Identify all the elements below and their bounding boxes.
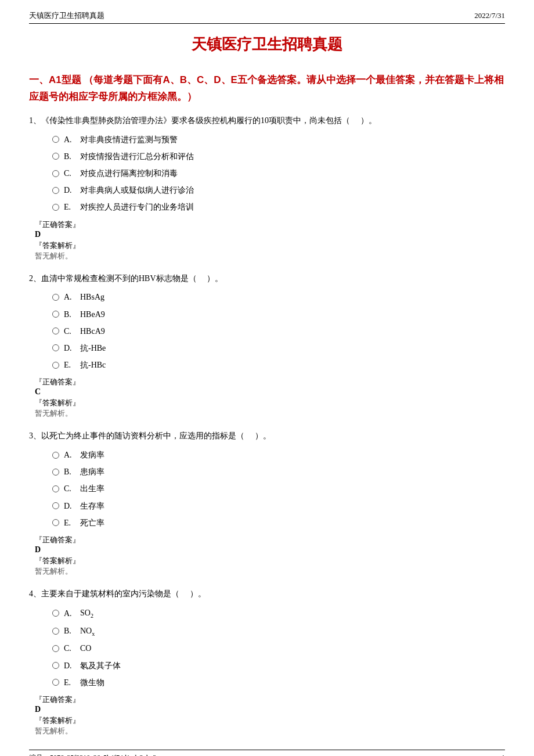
answer-label-2: 『正确答案』 <box>35 377 505 387</box>
option-1-b[interactable]: B. 对疫情报告进行汇总分析和评估 <box>52 149 505 164</box>
option-label-2-a: A. <box>64 290 75 304</box>
header-date: 2022/7/31 <box>474 11 505 20</box>
option-text-1-a: 对非典疫情进行监测与预警 <box>80 132 178 147</box>
radio-4-c[interactable] <box>52 645 59 652</box>
analysis-text-2: 暂无解析。 <box>35 408 505 419</box>
option-1-e[interactable]: E. 对疾控人员进行专门的业务培训 <box>52 200 505 214</box>
option-label-1-c: C. <box>64 166 75 181</box>
option-1-d[interactable]: D. 对非典病人或疑似病人进行诊治 <box>52 183 505 197</box>
radio-3-a[interactable] <box>52 452 59 459</box>
radio-3-c[interactable] <box>52 485 59 492</box>
footer-page-number: 1 <box>501 754 505 756</box>
option-text-2-e: 抗-HBc <box>80 358 106 372</box>
option-label-1-e: E. <box>64 200 75 214</box>
option-3-d[interactable]: D. 生存率 <box>52 499 505 513</box>
analysis-text-1: 暂无解析。 <box>35 251 505 261</box>
option-3-e[interactable]: E. 死亡率 <box>52 516 505 530</box>
option-2-c[interactable]: C. HBcA9 <box>52 324 505 339</box>
footer-code: 编号：5076c35f2210a36c5b4f74d1ede3aba3 <box>29 753 156 756</box>
option-text-3-c: 出生率 <box>80 481 104 496</box>
question-3-text: 3、以死亡为终止事件的随访资料分析中，应选用的指标是（ ）。 <box>29 429 505 443</box>
radio-4-b[interactable] <box>52 628 59 635</box>
footer-code-value: 5076c35f2210a36c5b4f74d1ede3aba3 <box>50 754 156 756</box>
radio-2-a[interactable] <box>52 294 59 301</box>
option-text-4-d: 氡及其子体 <box>80 658 121 673</box>
option-3-a[interactable]: A. 发病率 <box>52 448 505 462</box>
option-label-3-c: C. <box>64 481 75 496</box>
analysis-label-2: 『答案解析』 <box>35 398 505 408</box>
radio-2-e[interactable] <box>52 362 59 369</box>
option-text-3-d: 生存率 <box>80 499 104 513</box>
option-label-3-a: A. <box>64 448 75 462</box>
question-3: 3、以死亡为终止事件的随访资料分析中，应选用的指标是（ ）。 A. 发病率 B.… <box>29 429 505 577</box>
option-4-b[interactable]: B. NOx <box>52 624 505 639</box>
option-label-4-b: B. <box>64 624 75 638</box>
radio-1-c[interactable] <box>52 170 59 177</box>
option-2-d[interactable]: D. 抗-HBe <box>52 341 505 355</box>
option-text-4-e: 微生物 <box>80 675 104 690</box>
option-2-e[interactable]: E. 抗-HBc <box>52 358 505 372</box>
footer-code-label: 编号： <box>29 754 50 756</box>
answer-section-1: 『正确答案』 D 『答案解析』 暂无解析。 <box>35 219 505 261</box>
analysis-label-3: 『答案解析』 <box>35 556 505 566</box>
option-label-3-b: B. <box>64 465 75 479</box>
option-3-c[interactable]: C. 出生率 <box>52 481 505 496</box>
radio-1-b[interactable] <box>52 153 59 160</box>
section-title: 一、A1型题 （每道考题下面有A、B、C、D、E五个备选答案。请从中选择一个最佳… <box>29 72 505 106</box>
option-text-1-d: 对非典病人或疑似病人进行诊治 <box>80 183 194 197</box>
radio-3-e[interactable] <box>52 519 59 526</box>
option-1-c[interactable]: C. 对疫点进行隔离控制和消毒 <box>52 166 505 181</box>
option-label-4-a: A. <box>64 606 75 621</box>
option-4-e[interactable]: E. 微生物 <box>52 675 505 690</box>
radio-2-b[interactable] <box>52 311 59 318</box>
question-1-options: A. 对非典疫情进行监测与预警 B. 对疫情报告进行汇总分析和评估 C. 对疫点… <box>52 132 505 215</box>
option-text-1-c: 对疫点进行隔离控制和消毒 <box>80 166 178 181</box>
footer-bar: 编号：5076c35f2210a36c5b4f74d1ede3aba3 1 <box>29 750 505 756</box>
question-3-options: A. 发病率 B. 患病率 C. 出生率 D. 生存率 <box>52 448 505 530</box>
question-4-options: A. SO2 B. NOx C. CO D. 氡及其子体 <box>52 606 505 690</box>
option-label-2-e: E. <box>64 358 75 372</box>
radio-2-c[interactable] <box>52 327 59 334</box>
option-text-3-a: 发病率 <box>80 448 104 462</box>
answer-value-2: C <box>35 387 505 397</box>
radio-4-e[interactable] <box>52 679 59 686</box>
option-text-1-b: 对疫情报告进行汇总分析和评估 <box>80 149 194 164</box>
header-bar: 天镇医疗卫生招聘真题 2022/7/31 <box>29 10 505 24</box>
option-text-1-e: 对疾控人员进行专门的业务培训 <box>80 200 194 214</box>
question-2-options: A. HBsAg B. HBeA9 C. HBcA9 D. 抗-HBe <box>52 290 505 372</box>
analysis-text-3: 暂无解析。 <box>35 566 505 577</box>
radio-3-b[interactable] <box>52 469 59 476</box>
answer-section-2: 『正确答案』 C 『答案解析』 暂无解析。 <box>35 377 505 419</box>
option-label-1-b: B. <box>64 149 75 164</box>
option-text-2-c: HBcA9 <box>80 324 105 339</box>
questions-container: 1、《传染性非典型肺炎防治管理办法》要求各级疾控机构履行的10项职责中，尚未包括… <box>29 114 505 736</box>
option-text-4-c: CO <box>80 641 91 656</box>
radio-4-a[interactable] <box>52 610 59 617</box>
option-label-2-c: C. <box>64 324 75 339</box>
page-title: 天镇医疗卫生招聘真题 <box>29 34 505 55</box>
radio-4-d[interactable] <box>52 662 59 669</box>
radio-1-e[interactable] <box>52 204 59 211</box>
option-label-2-d: D. <box>64 341 75 355</box>
option-1-a[interactable]: A. 对非典疫情进行监测与预警 <box>52 132 505 147</box>
option-text-2-a: HBsAg <box>80 290 104 304</box>
answer-section-3: 『正确答案』 D 『答案解析』 暂无解析。 <box>35 535 505 577</box>
radio-1-d[interactable] <box>52 187 59 194</box>
option-3-b[interactable]: B. 患病率 <box>52 465 505 479</box>
option-label-4-c: C. <box>64 641 75 656</box>
analysis-text-4: 暂无解析。 <box>35 726 505 736</box>
option-4-d[interactable]: D. 氡及其子体 <box>52 658 505 673</box>
question-4: 4、主要来自于建筑材料的室内污染物是（ ）。 A. SO2 B. NOx C. … <box>29 587 505 736</box>
option-2-a[interactable]: A. HBsAg <box>52 290 505 304</box>
option-2-b[interactable]: B. HBeA9 <box>52 307 505 322</box>
option-text-2-d: 抗-HBe <box>80 341 106 355</box>
option-label-1-d: D. <box>64 183 75 197</box>
option-4-a[interactable]: A. SO2 <box>52 606 505 621</box>
option-4-c[interactable]: C. CO <box>52 641 505 656</box>
radio-3-d[interactable] <box>52 502 59 509</box>
option-label-4-e: E. <box>64 675 75 690</box>
option-text-3-b: 患病率 <box>80 465 104 479</box>
radio-2-d[interactable] <box>52 344 59 351</box>
option-label-1-a: A. <box>64 132 75 147</box>
radio-1-a[interactable] <box>52 136 59 143</box>
